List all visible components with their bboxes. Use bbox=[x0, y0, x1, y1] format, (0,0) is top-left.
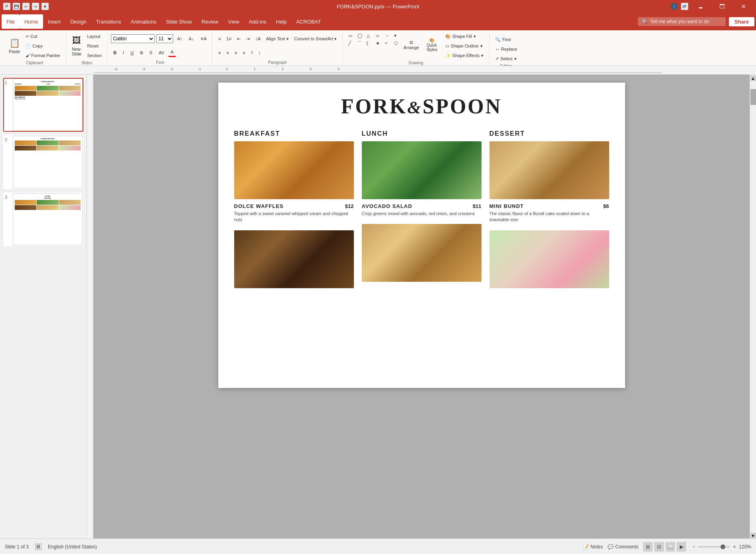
increase-indent-button[interactable]: ⇥ bbox=[244, 34, 252, 43]
quick-styles-button[interactable]: 🎨 Quick Styles bbox=[422, 32, 442, 57]
strikethrough-button[interactable]: S bbox=[138, 48, 145, 57]
zoom-out-button[interactable]: － bbox=[691, 543, 697, 550]
comments-button[interactable]: 💬 Comments bbox=[608, 544, 638, 550]
slidesorter-view-button[interactable]: ⊟ bbox=[654, 542, 664, 552]
menu-view[interactable]: View bbox=[223, 14, 244, 29]
clear-format-button[interactable]: ✕A bbox=[198, 34, 209, 43]
vertical-scrollbar[interactable]: ▲ ▼ bbox=[750, 75, 756, 538]
align-right-button[interactable]: ≡ bbox=[232, 48, 239, 57]
close-button[interactable]: ✕ bbox=[734, 0, 753, 13]
menu-home[interactable]: Home bbox=[20, 14, 43, 29]
menu-slideshow[interactable]: Slide Show bbox=[161, 14, 197, 29]
reset-button[interactable]: Reset bbox=[85, 42, 104, 50]
paste-button[interactable]: 📋 Paste bbox=[6, 33, 22, 59]
ribbon-collapse-icon[interactable]: 🗗 bbox=[681, 3, 688, 10]
undo-icon[interactable]: ↩ bbox=[22, 3, 30, 10]
shape-rect[interactable]: ▭ bbox=[346, 32, 354, 39]
menu-transitions[interactable]: Transitions bbox=[91, 14, 126, 29]
copy-button[interactable]: 📄 Copy bbox=[23, 42, 63, 50]
menu-item-bundt: MINI BUNDT $6 The classic flavor of a Bu… bbox=[490, 141, 609, 223]
notes-button[interactable]: 📝 Notes bbox=[583, 544, 603, 550]
customize-icon[interactable]: ▼ bbox=[41, 3, 49, 10]
section-button[interactable]: Section bbox=[85, 51, 104, 60]
menu-animations[interactable]: Animations bbox=[126, 14, 161, 29]
drawing-label: Drawing bbox=[346, 60, 486, 65]
shape-effects-button[interactable]: ✨ Shape Effects ▾ bbox=[443, 51, 486, 60]
reading-view-button[interactable]: 📖 bbox=[665, 542, 675, 552]
new-slide-button[interactable]: 🖼 NewSlide bbox=[69, 33, 84, 59]
search-box[interactable]: 🔍 Tell me what you want to do bbox=[638, 17, 726, 26]
maximize-button[interactable]: 🗖 bbox=[713, 0, 731, 13]
justify-button[interactable]: ≡ bbox=[240, 48, 247, 57]
align-left-button[interactable]: ≡ bbox=[216, 48, 223, 57]
select-button[interactable]: ↗ Select ▾ bbox=[493, 54, 519, 63]
comments-icon: 💬 bbox=[608, 544, 614, 550]
thumb-cell-2-1 bbox=[15, 140, 36, 145]
text-direction-button[interactable]: ↕A bbox=[253, 34, 263, 43]
layout-button[interactable]: Layout bbox=[85, 32, 104, 41]
shape-arrow[interactable]: → bbox=[383, 32, 391, 39]
slide-thumb-3[interactable]: 3 FORKSPOON bbox=[3, 192, 83, 246]
format-painter-button[interactable]: 🖌 Format Painter bbox=[23, 51, 63, 60]
numbering-button[interactable]: 1≡ bbox=[224, 34, 234, 43]
scroll-thumb[interactable] bbox=[750, 89, 756, 105]
shape-eq[interactable]: = bbox=[383, 40, 391, 47]
slide-thumb-2[interactable]: 2 FORK&SPOON bbox=[3, 135, 83, 189]
menu-addins[interactable]: Add-ins bbox=[244, 14, 271, 29]
columns-button[interactable]: ⫴ bbox=[249, 48, 255, 57]
shape-more[interactable]: ▾ bbox=[392, 32, 400, 39]
zoom-slider[interactable] bbox=[698, 546, 730, 548]
menu-insert[interactable]: Insert bbox=[43, 14, 66, 29]
scroll-up-button[interactable]: ▲ bbox=[750, 75, 756, 81]
smartart-button[interactable]: Convert to SmartArt ▾ bbox=[292, 34, 339, 43]
decrease-font-button[interactable]: A↓ bbox=[186, 34, 196, 43]
menu-acrobat[interactable]: ACROBAT bbox=[292, 14, 326, 29]
align-text-button[interactable]: Align Text ▾ bbox=[264, 34, 291, 43]
bullets-button[interactable]: ≡ bbox=[216, 34, 223, 43]
shape-oval[interactable]: ◯ bbox=[355, 32, 363, 39]
shape-star[interactable]: ★ bbox=[373, 40, 381, 47]
underline-button[interactable]: U bbox=[128, 48, 136, 57]
shape-tri[interactable]: △ bbox=[364, 32, 372, 39]
increase-font-button[interactable]: A↑ bbox=[175, 34, 185, 43]
cut-button[interactable]: ✂ Cut bbox=[23, 32, 63, 41]
waffles-name: DOLCE WAFFLES bbox=[234, 203, 284, 209]
slide-view-icon[interactable]: 🖼 bbox=[35, 544, 41, 550]
shape-brace[interactable]: { bbox=[364, 40, 372, 47]
line-spacing-button[interactable]: ↕ bbox=[256, 48, 263, 57]
menu-review[interactable]: Review bbox=[197, 14, 223, 29]
zoom-in-button[interactable]: ＋ bbox=[732, 543, 737, 550]
decrease-indent-button[interactable]: ⇤ bbox=[235, 34, 243, 43]
font-color-button[interactable]: A bbox=[168, 48, 176, 57]
italic-button[interactable]: I bbox=[120, 48, 126, 57]
slideshow-view-button[interactable]: ▶ bbox=[677, 542, 686, 552]
shadow-button[interactable]: S bbox=[147, 48, 154, 57]
arrange-button[interactable]: ⧉ Arrange bbox=[401, 32, 421, 57]
font-size-select[interactable]: 11 bbox=[156, 34, 173, 43]
font-family-select[interactable]: Calibri bbox=[111, 34, 155, 43]
bold-button[interactable]: B bbox=[111, 48, 119, 57]
shape-outline-button[interactable]: ▭ Shape Outline ▾ bbox=[443, 42, 486, 50]
shape-curve[interactable]: ⌒ bbox=[355, 40, 363, 47]
menu-file[interactable]: File bbox=[2, 14, 20, 29]
shape-rect2[interactable]: ▱ bbox=[373, 32, 381, 39]
shape-line[interactable]: ╱ bbox=[346, 40, 354, 47]
minimize-button[interactable]: 🗕 bbox=[691, 0, 710, 13]
align-center-button[interactable]: ≡ bbox=[224, 48, 231, 57]
replace-button[interactable]: ↔ Replace bbox=[493, 45, 519, 53]
char-spacing-button[interactable]: AV bbox=[156, 48, 167, 57]
shape-flow[interactable]: ⬡ bbox=[392, 40, 400, 47]
menu-help[interactable]: Help bbox=[271, 14, 292, 29]
find-button[interactable]: 🔍 Find bbox=[493, 35, 519, 44]
canvas-area[interactable]: FORK&SPOON BREAKFAST DOLCE WAFFLES $12 T… bbox=[93, 75, 750, 538]
normal-view-button[interactable]: ⊞ bbox=[643, 542, 653, 552]
redo-icon[interactable]: ↪ bbox=[32, 3, 39, 10]
share-button[interactable]: Share bbox=[729, 17, 754, 26]
slide-thumb-1[interactable]: 1 FORK&SPOON BREAKFASTLUNCHDESSERT bbox=[3, 78, 83, 132]
shape-fill-button[interactable]: 🎨 Shape Fill ▾ bbox=[443, 32, 486, 41]
menu-design[interactable]: Design bbox=[65, 14, 91, 29]
svg-text:-2: -2 bbox=[170, 67, 173, 71]
save-icon[interactable]: 💾 bbox=[13, 3, 20, 10]
scroll-down-button[interactable]: ▼ bbox=[750, 533, 756, 538]
notes-label: Notes bbox=[590, 544, 603, 550]
